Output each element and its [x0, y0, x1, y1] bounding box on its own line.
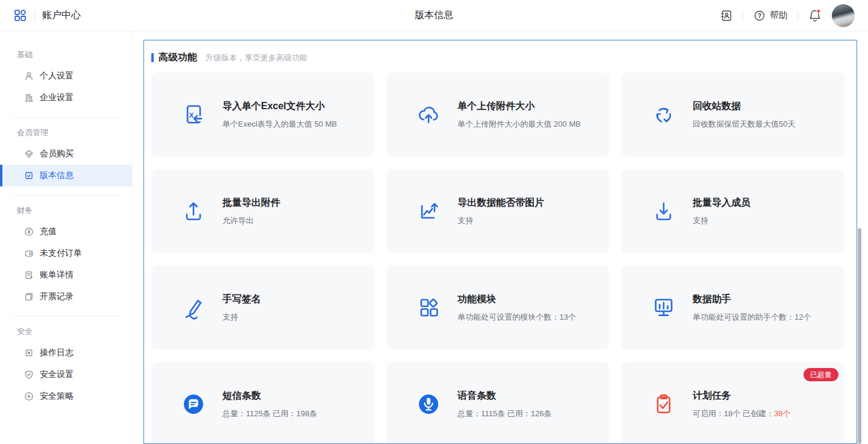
bill-icon	[24, 270, 34, 280]
card-title: 手写签名	[222, 293, 261, 306]
card-title: 单个上传附件大小	[458, 100, 580, 113]
card-title: 计划任务	[693, 390, 791, 402]
card-batch-export-attachments: 批量导出附件 允许导出	[151, 169, 374, 253]
sidebar-item-label: 操作日志	[40, 347, 74, 358]
sidebar-item-enterprise-settings[interactable]: 企业设置	[0, 87, 132, 109]
app-title: 账户中心	[42, 9, 81, 22]
version-icon	[24, 171, 34, 180]
card-voice-count: 语音条数 总量：1115条 已用：126条	[386, 362, 609, 444]
card-desc: 允许导出	[222, 215, 280, 226]
card-desc: 单功能处可设置的助手个数：12个	[693, 312, 811, 323]
signature-icon	[180, 294, 207, 321]
contact-book-icon[interactable]	[720, 9, 733, 22]
section-title: 高级功能	[159, 51, 197, 64]
card-desc: 总量：1115条 已用：126条	[458, 408, 552, 419]
card-desc: 总量：1125条 已用：198条	[222, 408, 317, 419]
card-sms-count: 短信条数 总量：1125条 已用：198条	[151, 362, 374, 444]
sidebar-item-label: 开票记录	[40, 291, 74, 302]
user-icon	[24, 71, 34, 81]
card-desc: 支持	[693, 215, 750, 226]
card-desc: 支持	[222, 312, 261, 323]
excel-import-icon: x	[180, 101, 207, 128]
card-title: 导入单个Excel文件大小	[222, 100, 337, 113]
sidebar-item-label: 安全策略	[40, 391, 74, 402]
yuan-circle-icon	[24, 227, 34, 236]
card-desc: 单个Execl表导入的最大值 50 MB	[222, 119, 337, 130]
shield-check-icon	[24, 370, 34, 379]
sidebar-section-membership: 会员管理	[0, 118, 132, 143]
main-area: 高级功能 升级版本，享受更多高级功能 x 导入单个Excel文件大小	[133, 31, 868, 444]
monitor-chart-icon	[650, 294, 677, 321]
card-handwritten-signature: 手写签名 支持	[151, 265, 374, 350]
card-title: 回收站数据	[693, 100, 795, 113]
log-icon	[24, 348, 34, 358]
chart-export-icon	[415, 198, 442, 224]
sidebar-item-invoice-records[interactable]: 开票记录	[0, 286, 132, 308]
account-center-app: 账户中心 版本信息 ? 帮助	[0, 0, 868, 444]
sidebar-section-security: 安全	[0, 317, 132, 342]
cloud-upload-icon	[415, 101, 442, 128]
card-title: 批量导出附件	[222, 197, 280, 209]
card-upload-attachment-size: 单个上传附件大小 单个上传附件大小的最大值 200 MB	[386, 72, 609, 157]
card-title: 语音条数	[458, 390, 552, 402]
card-title: 批量导入成员	[693, 197, 750, 209]
sidebar-item-member-purchase[interactable]: 会员购买	[0, 143, 132, 165]
created-count-highlight: 38个	[774, 409, 790, 418]
topbar-divider	[797, 11, 798, 21]
card-batch-import-members: 批量导入成员 支持	[621, 169, 844, 253]
card-desc: 单个上传附件大小的最大值 200 MB	[458, 119, 580, 130]
topbar-right: ? 帮助	[720, 4, 855, 27]
sidebar-item-version-info[interactable]: 版本信息	[0, 165, 132, 186]
advanced-features-panel: 高级功能 升级版本，享受更多高级功能 x 导入单个Excel文件大小	[143, 40, 857, 444]
sidebar-item-label: 会员购买	[40, 148, 74, 159]
sidebar-section-finance: 财务	[0, 195, 132, 221]
card-scheduled-tasks: 已超量 计划任务 可启用：18个 已创建：38个	[621, 362, 844, 444]
scrollbar[interactable]	[858, 228, 861, 444]
over-quota-badge: 已超量	[804, 368, 838, 381]
sidebar-item-bill-details[interactable]: 账单详情	[0, 264, 132, 286]
help-button[interactable]: ? 帮助	[753, 9, 788, 22]
card-export-with-images: 导出数据能否带图片 支持	[386, 169, 609, 253]
clipboard-check-icon	[650, 391, 677, 417]
modules-grid-icon	[415, 294, 442, 321]
notification-dot	[817, 9, 820, 13]
sidebar-item-label: 未支付订单	[40, 248, 82, 259]
section-subtitle: 升级版本，享受更多高级功能	[206, 52, 307, 63]
panel-header: 高级功能 升级版本，享受更多高级功能	[151, 51, 857, 64]
import-tray-icon	[650, 198, 677, 224]
card-title: 短信条数	[222, 390, 317, 402]
card-title: 数据助手	[693, 293, 811, 306]
circle-plus-icon	[24, 392, 34, 401]
sidebar-item-unpaid-orders[interactable]: 未支付订单	[0, 243, 132, 264]
topbar-divider	[34, 11, 35, 21]
sidebar-item-label: 版本信息	[40, 170, 74, 181]
avatar[interactable]	[832, 4, 855, 27]
apps-grid-icon[interactable]	[13, 8, 27, 22]
card-desc: 回收数据保留天数最大值50天	[693, 119, 795, 130]
sidebar: 基础 个人设置 企业设置 会员管理 会员购买	[0, 31, 133, 444]
svg-text:?: ?	[758, 12, 761, 19]
sidebar-item-security-settings[interactable]: 安全设置	[0, 364, 132, 385]
card-data-assistant: 数据助手 单功能处可设置的助手个数：12个	[621, 265, 844, 350]
export-tray-icon	[180, 198, 207, 224]
topbar-left: 账户中心	[13, 8, 81, 22]
sidebar-section-basic: 基础	[0, 40, 132, 65]
card-title: 导出数据能否带图片	[458, 197, 544, 209]
help-label: 帮助	[770, 10, 788, 21]
sidebar-item-security-policy[interactable]: 安全策略	[0, 385, 132, 407]
card-title: 功能模块	[458, 293, 576, 306]
card-excel-import-size: x 导入单个Excel文件大小 单个Execl表导入的最大值 50 MB	[151, 72, 374, 157]
sidebar-item-operation-log[interactable]: 操作日志	[0, 342, 132, 364]
sidebar-item-recharge[interactable]: 充值	[0, 221, 132, 243]
sidebar-item-personal-settings[interactable]: 个人设置	[0, 65, 132, 87]
building-icon	[24, 93, 34, 103]
svg-text:x: x	[189, 110, 194, 119]
sidebar-item-label: 充值	[40, 226, 57, 237]
gem-icon	[24, 149, 34, 159]
card-desc: 单功能处可设置的模块个数：13个	[458, 312, 576, 323]
sidebar-item-label: 个人设置	[40, 71, 74, 81]
card-recycle-bin-data: 回收站数据 回收数据保留天数最大值50天	[621, 72, 844, 157]
card-function-modules: 功能模块 单功能处可设置的模块个数：13个	[386, 265, 609, 350]
sidebar-item-label: 企业设置	[40, 92, 74, 103]
notification-bell-icon[interactable]	[808, 8, 822, 23]
